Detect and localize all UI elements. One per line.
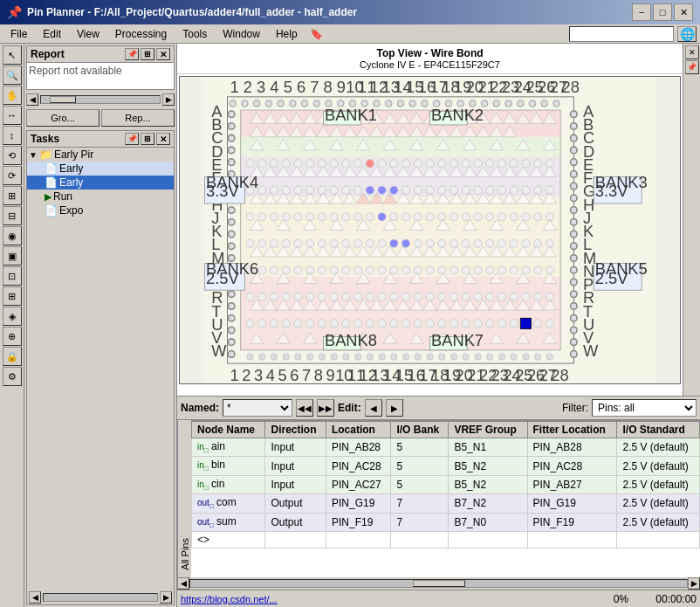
tasks-pin-btn[interactable]: 📌 <box>125 133 139 145</box>
hscroll-right-btn[interactable]: ▶ <box>688 577 700 590</box>
toolbar-pan-btn[interactable]: ✋ <box>3 86 22 105</box>
cell-node-name[interactable]: out□ sum <box>192 513 265 531</box>
cell-vref: B5_N1 <box>449 438 527 457</box>
cell-node-name[interactable]: <> <box>192 531 265 548</box>
menu-edit[interactable]: Edit <box>36 25 68 43</box>
toolbar-redo-btn[interactable]: ⟳ <box>3 166 22 185</box>
cell-node-name[interactable]: in□ bin <box>192 457 265 475</box>
tasks-scroll-right[interactable]: ▶ <box>160 591 172 604</box>
svg-point-301 <box>342 239 350 247</box>
scroll-track[interactable] <box>40 95 161 104</box>
chip-canvas[interactable]: 1 2 3 4 5 6 7 8 9 10 11 12 13 14 <box>179 76 681 384</box>
report-panel: Report 📌 ⊞ ✕ Report not available <box>26 45 175 90</box>
toolbar-fit-btn[interactable]: ◉ <box>3 226 22 245</box>
table-row[interactable]: out□ sum Output PIN_F19 7 B7_N0 PIN_F19 … <box>192 513 700 531</box>
toolbar-extra3-btn[interactable]: ◈ <box>3 307 22 326</box>
scroll-right-btn[interactable]: ▶ <box>162 93 175 106</box>
svg-text:6: 6 <box>290 366 299 383</box>
expand-icon[interactable]: ▼ <box>29 150 38 160</box>
toolbar-select-btn[interactable]: ↖ <box>3 45 22 65</box>
svg-text:2.5V: 2.5V <box>206 269 239 287</box>
table-row[interactable]: in□ bin Input PIN_AC28 5 B5_N2 PIN_AC28 … <box>192 457 700 475</box>
toolbar-grid-btn[interactable]: ▣ <box>3 246 22 266</box>
toolbar-vstretch-btn[interactable]: ↕ <box>3 126 22 145</box>
task-item-run[interactable]: ▶ Run <box>27 190 174 203</box>
toolbar-extra5-btn[interactable]: 🔒 <box>3 347 22 366</box>
top-view-title: Top View - Wire Bond <box>181 47 679 59</box>
table-row[interactable]: in□ cin Input PIN_AC27 5 B5_N2 PIN_AB27 … <box>192 475 700 493</box>
menu-view[interactable]: View <box>70 25 106 43</box>
task-item-expo[interactable]: 📄 Expo <box>27 203 174 217</box>
all-pins-tab[interactable]: All Pins <box>177 420 191 577</box>
rptb-close-btn[interactable]: ✕ <box>685 45 699 59</box>
task-item-early2[interactable]: 📄 Early <box>27 176 174 190</box>
svg-point-304 <box>378 239 386 247</box>
menu-processing[interactable]: Processing <box>108 25 174 43</box>
tasks-panel: Tasks 📌 ⊞ ✕ ▼ 📁 Early Pir 📄 Early 📄 Earl… <box>26 130 175 605</box>
tasks-close-btn[interactable]: ✕ <box>156 133 170 145</box>
menu-help[interactable]: Help <box>269 25 305 43</box>
cell-node-name[interactable]: out□ com <box>192 494 265 513</box>
toolbar-extra4-btn[interactable]: ⊕ <box>3 327 22 346</box>
toolbar-zoom-btn[interactable]: 🔍 <box>3 66 22 85</box>
task-item-early-pir[interactable]: ▼ 📁 Early Pir <box>27 148 174 162</box>
scroll-left-btn[interactable]: ◀ <box>26 93 38 106</box>
edit-next-btn[interactable]: ▶ <box>386 399 403 417</box>
tasks-menu-btn[interactable]: ⊞ <box>141 133 154 145</box>
chip-subtitle: Cyclone IV E - EP4CE115F29C7 <box>181 59 679 70</box>
maximize-button[interactable]: □ <box>653 3 672 21</box>
file-icon-2: 📄 <box>45 176 58 189</box>
edit-prev-btn[interactable]: ◀ <box>365 399 382 417</box>
report-tab[interactable]: Rep... <box>101 109 175 127</box>
search-input[interactable] <box>569 26 674 42</box>
svg-point-358 <box>438 266 446 274</box>
toolbar-extra2-btn[interactable]: ⊞ <box>3 286 22 306</box>
rptb-pin-btn[interactable]: 📌 <box>685 60 699 74</box>
minimize-button[interactable]: − <box>632 3 651 21</box>
cell-node-name[interactable]: in□ cin <box>192 475 265 493</box>
toolbar-hstretch-btn[interactable]: ↔ <box>3 106 22 125</box>
svg-point-498 <box>228 159 235 166</box>
globe-button[interactable]: 🌐 <box>677 26 697 42</box>
toolbar-extra6-btn[interactable]: ⚙ <box>3 367 22 386</box>
named-select[interactable]: * <box>223 399 292 417</box>
svg-point-474 <box>331 354 338 361</box>
toolbar-extra1-btn[interactable]: ⊡ <box>3 266 22 286</box>
menu-window[interactable]: Window <box>216 25 267 43</box>
table-row[interactable]: <> <box>192 531 700 548</box>
hscroll-left-btn[interactable]: ◀ <box>177 577 189 590</box>
svg-point-181 <box>534 160 542 168</box>
group-tab[interactable]: Gro... <box>26 109 100 127</box>
report-menu-btn[interactable]: ⊞ <box>141 48 154 60</box>
cell-node-name[interactable]: in□ ain <box>192 438 265 457</box>
tasks-scrollbar: ◀ ▶ <box>27 590 174 604</box>
task-item-early1[interactable]: 📄 Early <box>27 162 174 176</box>
tasks-panel-icons: 📌 ⊞ ✕ <box>125 133 170 145</box>
close-button[interactable]: ✕ <box>674 3 693 21</box>
svg-text:4: 4 <box>270 78 278 96</box>
table-row[interactable]: out□ com Output PIN_G19 7 B7_N2 PIN_G19 … <box>192 494 700 513</box>
file-icon-1: 📄 <box>45 162 58 175</box>
filter-select[interactable]: Pins: all Pins: unassigned Pins: assigne… <box>592 399 697 417</box>
menu-tools[interactable]: Tools <box>175 25 214 43</box>
status-link[interactable]: https://blog.csdn.net/... <box>181 594 278 604</box>
tasks-scroll-left[interactable]: ◀ <box>29 591 41 604</box>
menu-file[interactable]: File <box>3 25 34 43</box>
hscroll-track[interactable] <box>189 579 688 588</box>
nav-next-btn[interactable]: ▶▶ <box>317 399 334 417</box>
report-scrollbar: ◀ ▶ <box>24 92 176 107</box>
toolbar-undo-btn[interactable]: ⟲ <box>3 146 22 165</box>
svg-point-502 <box>228 207 235 214</box>
nav-prev-btn[interactable]: ◀◀ <box>296 399 313 417</box>
report-pin-btn[interactable]: 📌 <box>125 48 139 60</box>
tasks-scroll-track[interactable] <box>43 593 158 602</box>
scroll-thumb[interactable] <box>50 96 76 103</box>
toolbar-zoomin-btn[interactable]: ⊞ <box>3 186 22 205</box>
help-icon[interactable]: 🔖 <box>310 28 323 40</box>
svg-point-429 <box>246 320 254 328</box>
report-close-btn[interactable]: ✕ <box>156 48 170 60</box>
svg-point-439 <box>366 320 374 328</box>
table-row[interactable]: in□ ain Input PIN_AB28 5 B5_N1 PIN_AB28 … <box>192 438 700 457</box>
toolbar-zoomout-btn[interactable]: ⊟ <box>3 206 22 225</box>
hscroll-thumb[interactable] <box>413 580 465 587</box>
